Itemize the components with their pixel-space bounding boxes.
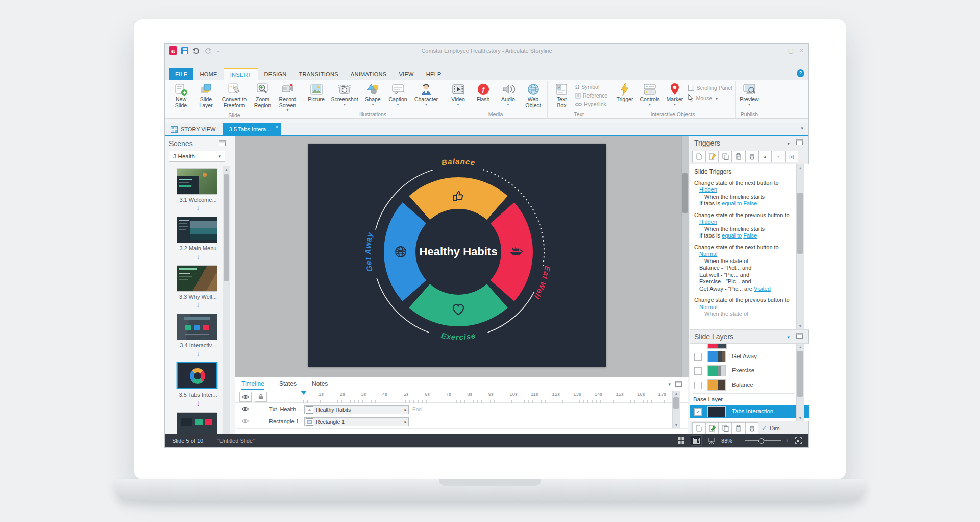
mouse-button[interactable]: Mouse [688,94,732,102]
duplicate-layer-button[interactable] [719,422,732,434]
layer-row-balance[interactable]: Balance [690,378,796,392]
lock-checkbox[interactable] [256,406,263,413]
scroll-up-icon[interactable] [223,168,230,171]
tab-view[interactable]: VIEW [393,68,420,80]
delete-layer-button[interactable] [745,422,758,434]
scene-thumbnail-3-3[interactable] [177,265,217,292]
trigger-state-link[interactable]: Hidden [699,219,717,225]
hyperlink-button[interactable]: Hyperlink [575,101,607,107]
scrolling-panel-button[interactable]: Scrolling Panel [688,85,732,91]
convert-to-freeform-button[interactable]: Convert toFreeform [218,81,250,108]
tab-insert[interactable]: INSERT [224,68,258,80]
timeline-object-bar[interactable]: A Healthy Habits [304,405,409,414]
visibility-eye-icon[interactable] [241,419,249,423]
slide-view-toggle-icon[interactable] [691,435,702,446]
minimize-button[interactable] [778,47,782,54]
scene-thumbnail-3-1[interactable] [177,168,217,195]
scroll-up-icon[interactable] [673,392,680,395]
web-object-button[interactable]: WebObject [521,81,546,108]
close-button[interactable] [800,47,803,54]
delete-trigger-button[interactable] [745,151,758,162]
new-layer-button[interactable] [692,422,705,434]
scene-thumbnail-3-4[interactable] [177,314,217,340]
lock-checkbox[interactable] [256,418,263,425]
zoom-out-button[interactable] [737,438,740,444]
trigger-operator-link[interactable]: equal to [722,232,742,239]
picture-button[interactable]: Picture [304,81,329,103]
marker-button[interactable]: Marker [662,81,687,106]
scroll-up-icon[interactable] [797,345,804,349]
caption-button[interactable]: Caption [385,81,410,106]
edit-layer-button[interactable] [705,422,719,434]
timeline-object-bar[interactable]: Rectangle 1 [304,417,409,426]
layers-scrollbar-thumb[interactable] [797,351,803,397]
scenes-scrollbar-thumb[interactable] [224,174,229,281]
layer-row-get-away[interactable]: Get Away [690,350,796,363]
scroll-down-icon[interactable] [797,416,804,420]
trigger-state-link[interactable]: Hidden [699,186,717,193]
timeline-ruler[interactable]: 1s2s3s4s5s6s7s8s9s10s11s12s13s14s15s16s1… [303,390,670,403]
scroll-up-icon[interactable] [797,166,804,170]
edit-trigger-button[interactable] [705,151,719,162]
paste-trigger-button[interactable] [732,151,745,162]
segment-balance[interactable] [409,177,507,220]
triggers-menu-caret-icon[interactable] [787,141,790,146]
tab-animations[interactable]: ANIMATIONS [345,68,393,80]
tab-file[interactable]: FILE [169,68,193,80]
layer-visibility-checkbox-checked[interactable] [694,408,702,416]
scroll-down-icon[interactable] [673,423,680,427]
tab-transitions[interactable]: TRANSITIONS [293,68,345,80]
timeline-row-rectangle[interactable]: Rectangle 1 Rectangle 1 [235,416,688,429]
preview-button[interactable]: Preview [737,81,762,106]
layer-row-tabs-interaction-selected[interactable]: Tabs Interaction [690,405,809,418]
zoom-slider-knob[interactable] [758,438,764,444]
trigger-item[interactable]: Change state of the next button to Norma… [694,244,791,293]
timeline-row-text[interactable]: Txt_Health... A Healthy Habits [235,404,688,416]
timeline-menu-caret-icon[interactable] [668,382,671,387]
layer-visibility-checkbox[interactable] [694,382,702,389]
timeline-playhead[interactable] [301,391,307,398]
canvas-scrollbar[interactable] [681,136,689,377]
layer-visibility-checkbox[interactable] [694,353,702,361]
bar-expand-arrow-icon[interactable] [404,407,407,412]
video-button[interactable]: Video [446,81,471,106]
symbol-button[interactable]: ΩSymbol [575,84,607,90]
text-box-button[interactable]: A TextBox [549,81,574,108]
timeline-scrollbar-thumb[interactable] [673,397,679,409]
move-trigger-down-button[interactable]: ▼ [772,151,785,162]
record-screen-button[interactable]: RecordScreen [275,81,300,112]
trigger-item[interactable]: Change state of the next button to Hidde… [694,180,791,207]
slide-layers-caret-icon[interactable] [787,335,790,340]
scene-thumbnail-partial[interactable] [177,412,217,434]
fit-to-window-icon[interactable] [793,436,803,445]
scene-dropdown[interactable]: 3 Health [169,151,225,162]
trigger-button[interactable]: Trigger [612,81,637,103]
trigger-item[interactable]: Change state of the previous button to N… [694,297,791,318]
scene-thumbnail-3-2[interactable] [177,217,217,243]
audio-button[interactable]: Audio [496,81,521,106]
slide-layer-button[interactable]: SlideLayer [193,81,218,108]
story-view-tab[interactable]: STORY VIEW [165,123,222,135]
dim-checkbox-check-icon[interactable]: ✓ [762,424,767,432]
visibility-eye-icon[interactable] [241,407,249,411]
states-tab[interactable]: States [279,380,297,387]
reference-button[interactable]: Reference [575,92,607,99]
slide-tab-active[interactable]: 3.5 Tabs Intera... [223,123,281,135]
shape-button[interactable]: Shape [360,81,385,106]
trigger-state-link[interactable]: Normal [699,304,717,310]
tab-list-caret-icon[interactable] [801,126,803,131]
preview-slide-icon[interactable] [706,436,717,445]
scenes-panel-collapse-icon[interactable] [219,140,226,146]
layers-scrollbar[interactable] [796,344,804,421]
zoom-region-button[interactable]: ZoomRegion [250,81,275,108]
tab-design[interactable]: DESIGN [258,68,293,80]
trigger-state-link[interactable]: Normal [699,251,717,257]
zoom-in-button[interactable] [786,438,789,444]
layer-row-exercise[interactable]: Exercise [690,364,796,377]
bar-expand-arrow-icon[interactable] [404,419,407,424]
canvas-scrollbar-thumb[interactable] [682,173,688,213]
paste-layer-button[interactable] [732,422,745,434]
manage-variables-button[interactable]: {x} [785,151,798,162]
trigger-operator-link[interactable]: equal to [722,200,742,206]
zoom-slider[interactable] [745,440,781,441]
